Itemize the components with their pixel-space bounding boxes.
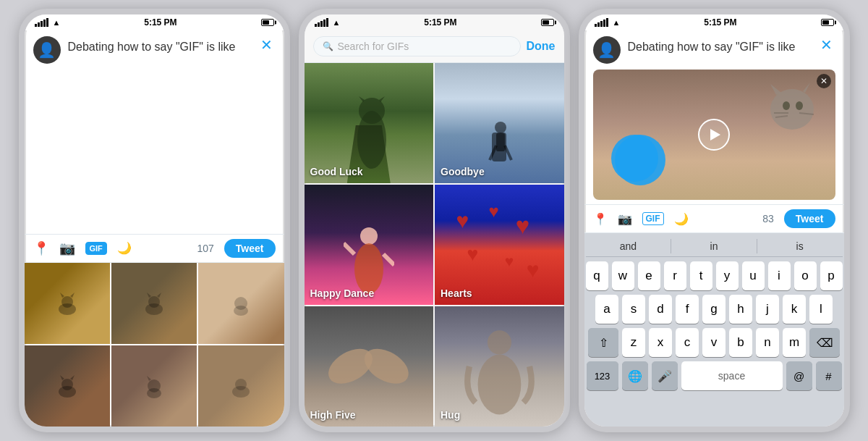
photo-cell-4[interactable] [25,345,110,427]
key-f[interactable]: f [676,295,699,324]
suggestion-and[interactable]: and [586,239,672,253]
suggestion-is[interactable]: is [757,239,843,253]
camera-icon-3[interactable]: 📷 [618,212,632,226]
svg-point-5 [148,296,160,308]
mic-key[interactable]: 🎤 [652,361,678,390]
key-j[interactable]: j [756,295,779,324]
bar1 [595,24,597,27]
key-row-3: ⇧ z x c v b n m ⌫ [586,328,843,357]
key-m[interactable]: m [783,328,806,357]
tweet-button[interactable]: Tweet [224,239,276,258]
moon-icon[interactable]: 🌙 [117,241,132,255]
at-key[interactable]: @ [786,361,812,390]
cat-svg-4 [53,371,82,400]
key-a[interactable]: a [595,295,618,324]
gif-grid: Good Luck Goodbye [305,63,564,427]
close-button[interactable]: ✕ [258,36,276,54]
photo-cell-1[interactable] [25,263,110,344]
gif-button[interactable]: GIF [85,242,107,255]
photo-cell-6[interactable] [198,345,284,427]
key-k[interactable]: k [783,295,806,324]
key-u[interactable]: u [742,261,765,290]
key-l[interactable]: l [809,295,833,324]
key-d[interactable]: d [649,295,672,324]
svg-text:♥: ♥ [456,209,469,233]
key-c[interactable]: c [676,328,699,357]
cat-svg-3 [226,289,255,318]
svg-marker-42 [770,84,781,95]
key-z[interactable]: z [622,328,645,357]
delete-key[interactable]: ⌫ [809,328,840,357]
tweet-button-3[interactable]: Tweet [784,209,835,228]
compose-text[interactable]: Debating how to say "GIF" is like [68,36,250,55]
key-p[interactable]: p [820,261,843,290]
key-x[interactable]: x [649,328,672,357]
key-q[interactable]: q [586,261,608,290]
gif-label-hearts: Hearts [441,287,472,299]
search-box[interactable]: 🔍 Search for GIFs [313,36,521,56]
gif-preview-close[interactable]: ✕ [817,74,831,88]
key-g[interactable]: g [702,295,726,324]
key-t[interactable]: t [690,261,712,290]
key-e[interactable]: e [638,261,660,290]
photo-cell-2[interactable] [111,263,197,344]
svg-point-44 [783,101,790,110]
search-icon: 🔍 [323,41,333,51]
key-r[interactable]: r [664,261,686,290]
key-h[interactable]: h [729,295,752,324]
svg-point-23 [495,122,506,133]
cat-svg-1 [53,289,82,318]
photo-cell-5[interactable] [111,345,197,427]
photo-cell-3[interactable] [198,263,284,344]
bar5 [606,18,608,27]
hug-svg [454,324,545,421]
gif-cell-good-luck[interactable]: Good Luck [305,63,434,183]
svg-marker-12 [60,375,64,380]
key-y[interactable]: y [716,261,739,290]
moon-icon-3[interactable]: 🌙 [674,212,689,226]
cat-svg-5 [140,371,169,400]
char-count: 107 [197,243,214,254]
suggestion-in[interactable]: in [671,239,757,253]
location-icon-3[interactable]: 📍 [593,212,608,226]
gif-cell-goodbye[interactable]: Goodbye [435,63,564,183]
camera-icon[interactable]: 📷 [59,240,75,256]
compose-spacer [25,70,284,234]
status-bar-1: ▲ 5:15 PM [25,14,284,30]
bar3 [41,21,43,27]
globe-key[interactable]: 🌐 [622,361,648,390]
gif-badge-3[interactable]: GIF [642,212,664,225]
close-button-3[interactable]: ✕ [817,36,835,54]
cat-photo-6 [198,345,284,427]
key-v[interactable]: v [702,328,726,357]
cat-svg-6 [226,371,255,400]
key-i[interactable]: i [768,261,791,290]
signal-area-3: ▲ [595,18,621,27]
location-icon[interactable]: 📍 [33,240,49,256]
compose3-text[interactable]: Debating how to say "GIF" is like [628,36,810,55]
svg-marker-22 [379,96,385,102]
key-w[interactable]: w [612,261,634,290]
gif-cell-high-five[interactable]: High Five [305,306,434,427]
shift-key[interactable]: ⇧ [588,328,618,357]
gif-cell-hearts[interactable]: ♥ ♥ ♥ ♥ ♥ ♥ Hearts [435,185,564,305]
svg-marker-43 [803,83,810,93]
hash-key[interactable]: # [816,361,842,390]
key-s[interactable]: s [622,295,645,324]
svg-point-45 [796,101,803,110]
key-o[interactable]: o [794,261,817,290]
bar4 [43,20,46,27]
key-b[interactable]: b [729,328,752,357]
gif-cell-happy-dance[interactable]: Happy Dance [305,185,434,305]
done-button[interactable]: Done [527,40,556,53]
battery-area-2 [541,19,554,26]
numbers-key[interactable]: 123 [587,361,618,390]
key-row-4: 123 🌐 🎤 space @ # [586,361,843,390]
gif-cell-hug[interactable]: Hug [435,306,564,427]
wifi-icon-3: ▲ [613,18,621,27]
suggestions-row: and in is [586,236,843,257]
key-n[interactable]: n [756,328,779,357]
svg-point-20 [359,98,385,124]
space-key[interactable]: space [681,361,783,390]
play-button[interactable] [698,119,730,151]
